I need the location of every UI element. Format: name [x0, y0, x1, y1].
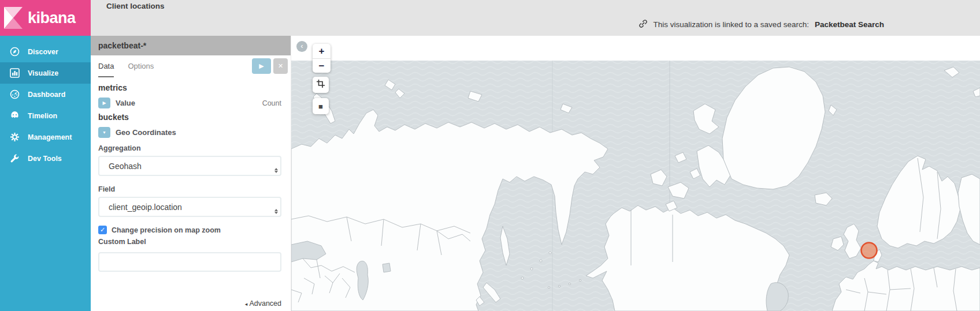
checkbox-checked-icon[interactable]: ✓ [98, 226, 107, 234]
zoom-out-button[interactable]: − [313, 58, 331, 73]
sidebar-item-label: Management [28, 133, 72, 141]
metric-value-row[interactable]: ▶ Value Count [98, 95, 281, 111]
world-map-canvas[interactable] [291, 36, 980, 311]
precision-checkbox-label: Change precision on map zoom [112, 226, 221, 234]
fit-data-bounds-button[interactable] [313, 77, 329, 93]
link-icon [639, 19, 648, 30]
square-icon: ■ [318, 103, 323, 110]
sidebar-item-discover[interactable]: Discover [0, 41, 91, 62]
bucket-label: Geo Coordinates [116, 128, 176, 137]
triangle-left-icon: ◂ [245, 301, 248, 307]
compass-icon [9, 47, 20, 57]
apply-changes-button[interactable]: ▶ [252, 58, 271, 74]
left-nav: kibana Discover Visualize Dashboard Tim [0, 0, 91, 311]
chevron-down-icon[interactable]: ▼ [98, 127, 110, 138]
aggregation-select-value: Geohash [109, 162, 142, 171]
page-title: Client locations [106, 2, 165, 10]
close-icon: ✕ [278, 62, 283, 70]
aggregation-label: Aggregation [98, 144, 281, 152]
select-stepper-icon [274, 168, 279, 173]
sidebar-item-label: Timelion [28, 112, 57, 120]
index-pattern-bar: packetbeat-* [91, 36, 291, 55]
sidebar-item-label: Dev Tools [28, 155, 62, 163]
kibana-logo-text: kibana [28, 9, 76, 27]
advanced-toggle[interactable]: ◂ Advanced [98, 299, 281, 308]
collapse-panel-button[interactable]: ‹ [296, 41, 307, 52]
select-stepper-icon [274, 209, 279, 214]
bar-chart-icon [9, 68, 20, 78]
metric-label: Value [116, 99, 135, 107]
chevron-right-icon[interactable]: ▶ [98, 98, 110, 108]
sidebar-item-dashboard[interactable]: Dashboard [0, 84, 91, 105]
precision-checkbox-row[interactable]: ✓ Change precision on map zoom [98, 226, 281, 234]
nav-list: Discover Visualize Dashboard Timelion Ma [0, 36, 91, 169]
aggregation-select[interactable]: Geohash [98, 156, 281, 176]
advanced-label: Advanced [249, 299, 281, 308]
kibana-logo[interactable]: kibana [0, 0, 91, 36]
sidebar-item-dev-tools[interactable]: Dev Tools [0, 148, 91, 169]
sidebar-item-label: Visualize [28, 69, 58, 77]
tab-data[interactable]: Data [98, 55, 114, 77]
wrench-icon [9, 153, 20, 164]
kibana-logo-mark [0, 0, 27, 36]
bucket-geo-row[interactable]: ▼ Geo Coordinates [98, 125, 281, 140]
geohash-marker[interactable] [862, 243, 877, 258]
linked-search-name: Packetbeat Search [815, 20, 884, 29]
custom-label-input[interactable] [98, 252, 281, 272]
metrics-heading: metrics [98, 83, 281, 92]
linked-search-text: This visualization is linked to a saved … [654, 20, 809, 29]
zoom-control: + − [313, 44, 331, 73]
tab-options[interactable]: Options [128, 55, 154, 77]
linked-search-notice: This visualization is linked to a saved … [639, 19, 884, 30]
metric-agg-type: Count [262, 99, 281, 107]
field-label: Field [98, 185, 281, 193]
field-select-value: client_geoip.location [109, 203, 182, 212]
sidebar-item-management[interactable]: Management [0, 126, 91, 148]
discard-changes-button[interactable]: ✕ [273, 58, 288, 74]
field-select[interactable]: client_geoip.location [98, 197, 281, 217]
sidebar-item-label: Discover [28, 48, 58, 56]
sidebar-item-label: Dashboard [28, 91, 65, 99]
draw-rectangle-button[interactable]: ■ [313, 98, 329, 114]
panel-body: metrics ▶ Value Count buckets ▼ Geo Coor… [91, 77, 291, 308]
vis-config-panel: packetbeat-* Data Options ▶ ✕ metrics ▶ … [91, 36, 291, 311]
crop-icon [317, 80, 325, 90]
sidebar-item-timelion[interactable]: Timelion [0, 105, 91, 126]
top-header: Client locations This visualization is l… [91, 0, 980, 36]
custom-label-label: Custom Label [98, 238, 281, 246]
dashboard-icon [9, 89, 20, 100]
zoom-in-button[interactable]: + [313, 44, 331, 58]
play-icon: ▶ [259, 62, 263, 70]
buckets-heading: buckets [98, 113, 281, 122]
panel-tabs: Data Options ▶ ✕ [91, 55, 291, 77]
chevron-left-icon: ‹ [300, 42, 303, 50]
gear-icon [9, 132, 20, 143]
tile-map[interactable]: ‹ + − ■ [291, 36, 980, 311]
sidebar-item-visualize[interactable]: Visualize [0, 62, 91, 84]
timelion-icon [9, 111, 20, 121]
